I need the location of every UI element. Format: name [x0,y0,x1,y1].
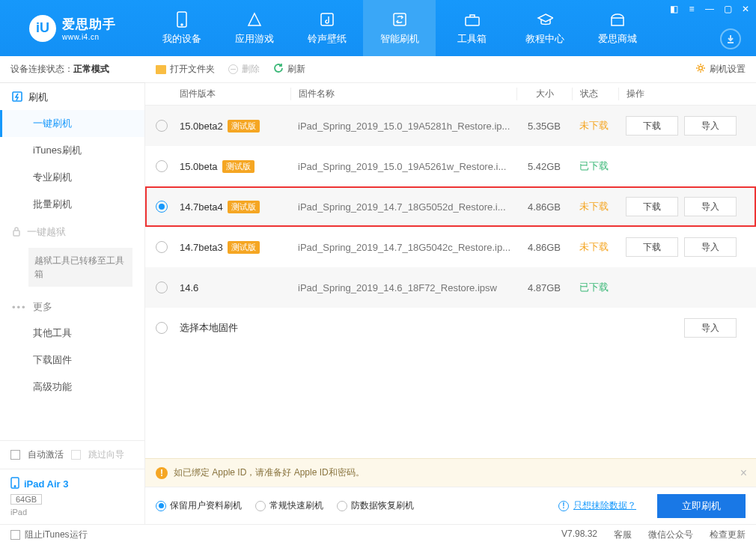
refresh-button[interactable]: 刷新 [273,63,305,76]
warning-text: 如已绑定 Apple ID，请准备好 Apple ID和密码。 [174,466,365,479]
beta-badge: 测试版 [222,160,254,173]
col-version[interactable]: 固件版本 [180,88,290,100]
row-radio[interactable] [156,241,168,253]
opt-keep-data[interactable]: 保留用户资料刷机 [156,499,242,512]
app-url: www.i4.cn [62,33,116,41]
table-row[interactable]: 15.0beta2测试版 iPad_Spring_2019_15.0_19A52… [145,106,756,146]
svg-rect-4 [466,17,479,25]
table-row[interactable]: 14.7beta3测试版 iPad_Spring_2019_14.7_18G50… [145,227,756,267]
sidebar-item-itunes[interactable]: iTunes刷机 [0,137,144,164]
row-radio[interactable] [156,160,168,172]
sidebar-group-jailbreak: 一键越狱 [0,218,144,245]
import-button[interactable]: 导入 [684,116,737,136]
sidebar-options: 自动激活 跳过向导 [0,440,144,469]
sidebar-group-more[interactable]: ••• 更多 [0,293,144,320]
erase-link[interactable]: 只想抹除数据？ [573,499,636,512]
sidebar: 刷机 一键刷机 iTunes刷机 专业刷机 批量刷机 一键越狱 越狱工具已转移至… [0,83,145,524]
footer-service[interactable]: 客服 [614,529,632,541]
sidebar-item-other[interactable]: 其他工具 [0,320,144,347]
firmware-status: 已下载 [572,281,618,294]
local-firmware-row[interactable]: 选择本地固件 导入 [145,308,756,348]
firmware-status: 未下载 [572,200,618,213]
import-button[interactable]: 导入 [684,318,737,338]
col-ops[interactable]: 操作 [618,88,746,100]
table-row[interactable]: 15.0beta测试版 iPad_Spring_2019_15.0_19A526… [145,146,756,186]
nav-store[interactable]: 爱思商城 [581,0,653,56]
opt-normal[interactable]: 常规快速刷机 [255,499,323,512]
col-size[interactable]: 大小 [516,88,572,100]
logo[interactable]: iU 爱思助手 www.i4.cn [0,0,145,56]
auto-activate-checkbox[interactable] [10,450,20,460]
firmware-list: 15.0beta2测试版 iPad_Spring_2019_15.0_19A52… [145,106,756,458]
col-name[interactable]: 固件名称 [290,88,516,100]
beta-badge: 测试版 [228,241,260,254]
col-status[interactable]: 状态 [572,88,618,100]
device-panel[interactable]: iPad Air 3 64GB iPad [0,469,144,524]
import-button[interactable]: 导入 [684,237,737,257]
firmware-size: 5.35GB [516,121,572,132]
device-icon [10,477,19,491]
reload-icon [273,63,284,76]
firmware-name: iPad_Spring_2019_15.0_19A5261w_Restore.i… [290,161,516,172]
nav-my-device[interactable]: 我的设备 [145,0,218,56]
firmware-status: 已下载 [572,159,618,173]
flash-options-bar: 保留用户资料刷机 常规快速刷机 防数据恢复刷机 ! 只想抹除数据？ 立即刷机 [145,487,756,524]
lock-icon [12,226,21,239]
svg-rect-3 [394,13,406,25]
firmware-name: iPad_Spring_2019_14.6_18F72_Restore.ipsw [290,282,516,293]
row-radio[interactable] [156,201,168,213]
nav-flash[interactable]: 智能刷机 [363,0,436,56]
info-icon: ! [558,501,569,511]
flash-settings-button[interactable]: 刷机设置 [695,63,746,76]
nav-toolbox[interactable]: 工具箱 [436,0,508,56]
sidebar-item-advanced[interactable]: 高级功能 [0,374,144,401]
firmware-name: iPad_Spring_2019_14.7_18G5042c_Restore.i… [290,242,516,253]
row-radio[interactable] [156,120,168,132]
sidebar-item-download[interactable]: 下载固件 [0,347,144,374]
open-folder-button[interactable]: 打开文件夹 [156,63,215,76]
download-button[interactable]: 下载 [626,197,678,216]
skip-guide-checkbox[interactable] [71,450,81,460]
download-manager-button[interactable] [720,28,741,49]
table-row[interactable]: 14.6 iPad_Spring_2019_14.6_18F72_Restore… [145,267,756,308]
sidebar-item-batch[interactable]: 批量刷机 [0,191,144,218]
firmware-version: 15.0beta [180,161,218,172]
firmware-status: 未下载 [572,119,618,133]
import-button[interactable]: 导入 [684,197,737,216]
firmware-size: 4.86GB [516,201,572,213]
table-row[interactable]: 14.7beta4测试版 iPad_Spring_2019_14.7_18G50… [145,186,756,227]
nav-tutorials[interactable]: 教程中心 [508,0,581,56]
flash-now-button[interactable]: 立即刷机 [657,494,746,518]
maximize-icon[interactable]: ▢ [722,3,734,15]
footer-wechat[interactable]: 微信公众号 [648,529,693,541]
gear-icon [695,63,706,76]
jailbreak-note: 越狱工具已转移至工具箱 [28,248,132,287]
toolbox-icon [464,11,481,28]
delete-button[interactable]: 删除 [228,63,260,76]
menu-icon[interactable]: ≡ [686,3,698,15]
block-itunes-checkbox[interactable] [10,530,20,540]
sidebar-item-pro[interactable]: 专业刷机 [0,164,144,191]
minimize-icon[interactable]: — [704,3,716,15]
opt-anti-recovery[interactable]: 防数据恢复刷机 [337,499,414,512]
sidebar-group-flash[interactable]: 刷机 [0,83,144,110]
warning-close-button[interactable]: × [740,466,747,480]
row-radio[interactable] [156,281,168,293]
device-name: iPad Air 3 [24,478,68,490]
skin-icon[interactable]: ◧ [668,3,680,15]
window-controls: ◧ ≡ — ▢ ✕ [668,3,752,15]
footer-update[interactable]: 检查更新 [710,529,746,541]
main-nav: 我的设备 应用游戏 铃声壁纸 智能刷机 工具箱 教程中心 爱思商城 [145,0,653,56]
download-button[interactable]: 下载 [626,116,678,136]
svg-point-5 [699,67,703,70]
close-icon[interactable]: ✕ [740,3,752,15]
beta-badge: 测试版 [228,201,260,213]
download-button[interactable]: 下载 [626,237,678,257]
warning-banner: ! 如已绑定 Apple ID，请准备好 Apple ID和密码。 × [145,458,756,487]
local-firmware-label: 选择本地固件 [180,321,238,335]
sidebar-item-oneclick[interactable]: 一键刷机 [0,110,144,137]
row-radio[interactable] [156,322,168,334]
refresh-icon [391,11,408,28]
nav-ringtones[interactable]: 铃声壁纸 [290,0,363,56]
nav-apps[interactable]: 应用游戏 [218,0,290,56]
